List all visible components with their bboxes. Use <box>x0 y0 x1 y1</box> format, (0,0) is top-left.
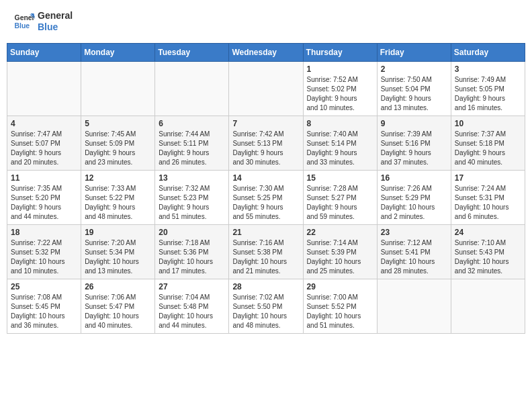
calendar-cell: 23Sunrise: 7:12 AM Sunset: 5:41 PM Dayli… <box>377 224 451 279</box>
calendar-cell: 16Sunrise: 7:26 AM Sunset: 5:29 PM Dayli… <box>377 170 451 224</box>
logo-icon: General Blue <box>13 11 35 32</box>
svg-text:Blue: Blue <box>15 21 30 29</box>
calendar-cell: 29Sunrise: 7:00 AM Sunset: 5:52 PM Dayli… <box>303 279 377 333</box>
calendar-cell: 18Sunrise: 7:22 AM Sunset: 5:32 PM Dayli… <box>7 224 81 279</box>
calendar-cell <box>451 279 525 333</box>
calendar-cell: 8Sunrise: 7:40 AM Sunset: 5:14 PM Daylig… <box>303 116 377 170</box>
day-number: 12 <box>85 173 151 183</box>
day-number: 9 <box>381 119 447 128</box>
day-info: Sunrise: 7:47 AM Sunset: 5:07 PM Dayligh… <box>11 130 77 167</box>
calendar-cell: 27Sunrise: 7:04 AM Sunset: 5:48 PM Dayli… <box>155 279 229 333</box>
column-header-tuesday: Tuesday <box>155 43 229 61</box>
day-info: Sunrise: 7:12 AM Sunset: 5:41 PM Dayligh… <box>381 238 447 276</box>
calendar-cell: 9Sunrise: 7:39 AM Sunset: 5:16 PM Daylig… <box>377 116 451 170</box>
calendar-cell <box>377 279 451 333</box>
day-number: 3 <box>455 64 521 74</box>
day-info: Sunrise: 7:02 AM Sunset: 5:50 PM Dayligh… <box>232 293 299 330</box>
day-number: 24 <box>455 228 521 237</box>
day-info: Sunrise: 7:40 AM Sunset: 5:14 PM Dayligh… <box>307 130 373 167</box>
calendar-cell: 13Sunrise: 7:32 AM Sunset: 5:23 PM Dayli… <box>155 170 229 224</box>
day-number: 6 <box>159 119 225 128</box>
day-number: 22 <box>307 228 373 237</box>
calendar-cell: 12Sunrise: 7:33 AM Sunset: 5:22 PM Dayli… <box>81 170 155 224</box>
calendar-cell: 22Sunrise: 7:14 AM Sunset: 5:39 PM Dayli… <box>303 224 377 279</box>
day-info: Sunrise: 7:50 AM Sunset: 5:04 PM Dayligh… <box>381 75 447 113</box>
day-info: Sunrise: 7:52 AM Sunset: 5:02 PM Dayligh… <box>307 75 373 113</box>
day-number: 23 <box>381 228 447 237</box>
day-info: Sunrise: 7:24 AM Sunset: 5:31 PM Dayligh… <box>455 184 521 222</box>
calendar-cell: 11Sunrise: 7:35 AM Sunset: 5:20 PM Dayli… <box>7 170 81 224</box>
day-number: 7 <box>232 119 299 128</box>
day-info: Sunrise: 7:18 AM Sunset: 5:36 PM Dayligh… <box>159 238 225 276</box>
day-info: Sunrise: 7:26 AM Sunset: 5:29 PM Dayligh… <box>381 184 447 222</box>
logo: General Blue General Blue <box>13 10 73 33</box>
day-number: 28 <box>232 282 299 291</box>
day-info: Sunrise: 7:16 AM Sunset: 5:38 PM Dayligh… <box>232 238 299 276</box>
calendar-cell: 24Sunrise: 7:10 AM Sunset: 5:43 PM Dayli… <box>451 224 525 279</box>
calendar-cell <box>81 61 155 116</box>
day-number: 14 <box>232 173 299 183</box>
day-number: 20 <box>159 228 225 237</box>
calendar-cell: 26Sunrise: 7:06 AM Sunset: 5:47 PM Dayli… <box>81 279 155 333</box>
day-info: Sunrise: 7:39 AM Sunset: 5:16 PM Dayligh… <box>381 130 447 167</box>
day-number: 4 <box>11 119 77 128</box>
day-number: 2 <box>381 64 447 74</box>
column-header-thursday: Thursday <box>303 43 377 61</box>
day-number: 19 <box>85 228 151 237</box>
day-info: Sunrise: 7:44 AM Sunset: 5:11 PM Dayligh… <box>159 130 225 167</box>
column-header-friday: Friday <box>377 43 451 61</box>
calendar-cell: 4Sunrise: 7:47 AM Sunset: 5:07 PM Daylig… <box>7 116 81 170</box>
calendar-cell: 15Sunrise: 7:28 AM Sunset: 5:27 PM Dayli… <box>303 170 377 224</box>
column-header-sunday: Sunday <box>7 43 81 61</box>
column-header-wednesday: Wednesday <box>229 43 303 61</box>
day-info: Sunrise: 7:20 AM Sunset: 5:34 PM Dayligh… <box>85 238 151 276</box>
header: General Blue General Blue <box>7 7 525 36</box>
day-number: 29 <box>307 282 373 291</box>
day-info: Sunrise: 7:00 AM Sunset: 5:52 PM Dayligh… <box>307 293 373 330</box>
calendar-cell: 5Sunrise: 7:45 AM Sunset: 5:09 PM Daylig… <box>81 116 155 170</box>
day-number: 8 <box>307 119 373 128</box>
calendar-table: SundayMondayTuesdayWednesdayThursdayFrid… <box>7 43 525 334</box>
calendar-cell <box>7 61 81 116</box>
day-number: 21 <box>232 228 299 237</box>
day-number: 13 <box>159 173 225 183</box>
calendar-cell: 1Sunrise: 7:52 AM Sunset: 5:02 PM Daylig… <box>303 61 377 116</box>
calendar-cell <box>155 61 229 116</box>
day-number: 1 <box>307 64 373 74</box>
day-info: Sunrise: 7:49 AM Sunset: 5:05 PM Dayligh… <box>455 75 521 113</box>
day-info: Sunrise: 7:06 AM Sunset: 5:47 PM Dayligh… <box>85 293 151 330</box>
column-header-saturday: Saturday <box>451 43 525 61</box>
calendar-cell: 2Sunrise: 7:50 AM Sunset: 5:04 PM Daylig… <box>377 61 451 116</box>
day-info: Sunrise: 7:45 AM Sunset: 5:09 PM Dayligh… <box>85 130 151 167</box>
calendar-cell: 10Sunrise: 7:37 AM Sunset: 5:18 PM Dayli… <box>451 116 525 170</box>
day-info: Sunrise: 7:22 AM Sunset: 5:32 PM Dayligh… <box>11 238 77 276</box>
day-info: Sunrise: 7:10 AM Sunset: 5:43 PM Dayligh… <box>455 238 521 276</box>
day-number: 17 <box>455 173 521 183</box>
day-info: Sunrise: 7:32 AM Sunset: 5:23 PM Dayligh… <box>159 184 225 222</box>
calendar-cell: 17Sunrise: 7:24 AM Sunset: 5:31 PM Dayli… <box>451 170 525 224</box>
calendar-cell: 20Sunrise: 7:18 AM Sunset: 5:36 PM Dayli… <box>155 224 229 279</box>
day-number: 27 <box>159 282 225 291</box>
column-header-monday: Monday <box>81 43 155 61</box>
calendar-cell: 14Sunrise: 7:30 AM Sunset: 5:25 PM Dayli… <box>229 170 303 224</box>
day-info: Sunrise: 7:35 AM Sunset: 5:20 PM Dayligh… <box>11 184 77 222</box>
day-info: Sunrise: 7:33 AM Sunset: 5:22 PM Dayligh… <box>85 184 151 222</box>
calendar-cell: 25Sunrise: 7:08 AM Sunset: 5:45 PM Dayli… <box>7 279 81 333</box>
day-number: 10 <box>455 119 521 128</box>
calendar-cell: 7Sunrise: 7:42 AM Sunset: 5:13 PM Daylig… <box>229 116 303 170</box>
day-info: Sunrise: 7:14 AM Sunset: 5:39 PM Dayligh… <box>307 238 373 276</box>
calendar-cell: 21Sunrise: 7:16 AM Sunset: 5:38 PM Dayli… <box>229 224 303 279</box>
day-info: Sunrise: 7:28 AM Sunset: 5:27 PM Dayligh… <box>307 184 373 222</box>
day-number: 5 <box>85 119 151 128</box>
calendar-cell: 6Sunrise: 7:44 AM Sunset: 5:11 PM Daylig… <box>155 116 229 170</box>
day-info: Sunrise: 7:42 AM Sunset: 5:13 PM Dayligh… <box>232 130 299 167</box>
day-info: Sunrise: 7:37 AM Sunset: 5:18 PM Dayligh… <box>455 130 521 167</box>
calendar-cell <box>229 61 303 116</box>
day-info: Sunrise: 7:08 AM Sunset: 5:45 PM Dayligh… <box>11 293 77 330</box>
day-number: 25 <box>11 282 77 291</box>
day-number: 15 <box>307 173 373 183</box>
day-info: Sunrise: 7:30 AM Sunset: 5:25 PM Dayligh… <box>232 184 299 222</box>
day-number: 11 <box>11 173 77 183</box>
logo-blue: Blue <box>38 21 73 33</box>
day-info: Sunrise: 7:04 AM Sunset: 5:48 PM Dayligh… <box>159 293 225 330</box>
